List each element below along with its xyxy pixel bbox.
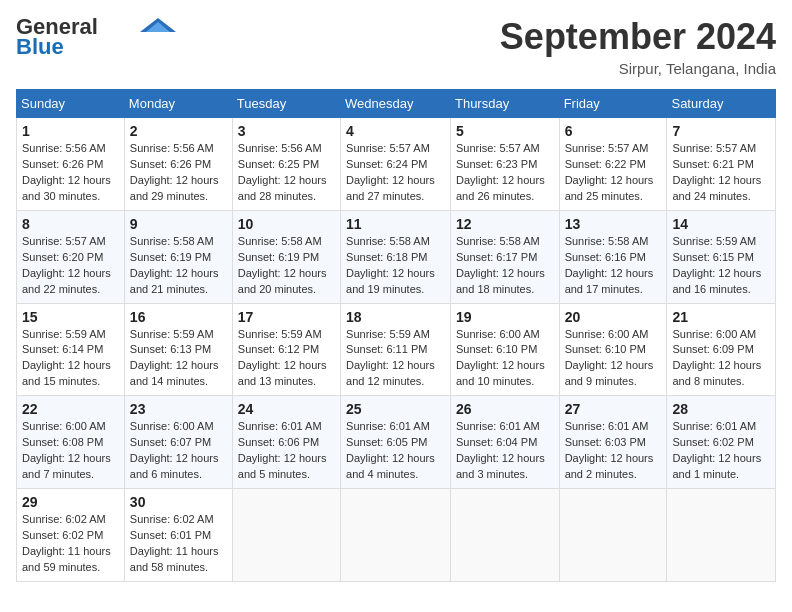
day-detail: Sunrise: 5:56 AM Sunset: 6:26 PM Dayligh…: [22, 141, 119, 205]
sunrise-text: Sunrise: 6:02 AM: [130, 513, 214, 525]
daylight-text: Daylight: 12 hours and 12 minutes.: [346, 359, 435, 387]
sunset-text: Sunset: 6:09 PM: [672, 343, 753, 355]
sunset-text: Sunset: 6:26 PM: [130, 158, 211, 170]
calendar-day-cell: 16 Sunrise: 5:59 AM Sunset: 6:13 PM Dayl…: [124, 303, 232, 396]
page-header: General Blue September 2024 Sirpur, Tela…: [16, 16, 776, 77]
day-detail: Sunrise: 6:02 AM Sunset: 6:02 PM Dayligh…: [22, 512, 119, 576]
sunset-text: Sunset: 6:06 PM: [238, 436, 319, 448]
daylight-text: Daylight: 12 hours and 3 minutes.: [456, 452, 545, 480]
daylight-text: Daylight: 12 hours and 14 minutes.: [130, 359, 219, 387]
daylight-text: Daylight: 12 hours and 21 minutes.: [130, 267, 219, 295]
day-detail: Sunrise: 5:59 AM Sunset: 6:14 PM Dayligh…: [22, 327, 119, 391]
sunrise-text: Sunrise: 6:01 AM: [456, 420, 540, 432]
day-number: 16: [130, 309, 227, 325]
daylight-text: Daylight: 12 hours and 10 minutes.: [456, 359, 545, 387]
sunset-text: Sunset: 6:10 PM: [456, 343, 537, 355]
col-header-saturday: Saturday: [667, 90, 776, 118]
daylight-text: Daylight: 12 hours and 30 minutes.: [22, 174, 111, 202]
daylight-text: Daylight: 12 hours and 29 minutes.: [130, 174, 219, 202]
empty-cell: [450, 489, 559, 582]
sunset-text: Sunset: 6:19 PM: [238, 251, 319, 263]
logo-blue: Blue: [16, 36, 64, 58]
sunrise-text: Sunrise: 6:00 AM: [456, 328, 540, 340]
location: Sirpur, Telangana, India: [500, 60, 776, 77]
sunrise-text: Sunrise: 5:57 AM: [22, 235, 106, 247]
sunrise-text: Sunrise: 5:58 AM: [130, 235, 214, 247]
sunrise-text: Sunrise: 5:59 AM: [672, 235, 756, 247]
sunset-text: Sunset: 6:07 PM: [130, 436, 211, 448]
day-number: 20: [565, 309, 662, 325]
calendar-day-cell: 21 Sunrise: 6:00 AM Sunset: 6:09 PM Dayl…: [667, 303, 776, 396]
daylight-text: Daylight: 11 hours and 59 minutes.: [22, 545, 111, 573]
day-detail: Sunrise: 6:00 AM Sunset: 6:10 PM Dayligh…: [565, 327, 662, 391]
sunset-text: Sunset: 6:21 PM: [672, 158, 753, 170]
calendar-day-cell: 12 Sunrise: 5:58 AM Sunset: 6:17 PM Dayl…: [450, 210, 559, 303]
calendar-day-cell: 4 Sunrise: 5:57 AM Sunset: 6:24 PM Dayli…: [341, 118, 451, 211]
day-detail: Sunrise: 6:00 AM Sunset: 6:08 PM Dayligh…: [22, 419, 119, 483]
day-number: 22: [22, 401, 119, 417]
day-detail: Sunrise: 6:01 AM Sunset: 6:04 PM Dayligh…: [456, 419, 554, 483]
col-header-monday: Monday: [124, 90, 232, 118]
sunset-text: Sunset: 6:26 PM: [22, 158, 103, 170]
sunset-text: Sunset: 6:25 PM: [238, 158, 319, 170]
sunset-text: Sunset: 6:17 PM: [456, 251, 537, 263]
sunset-text: Sunset: 6:12 PM: [238, 343, 319, 355]
calendar-day-cell: 24 Sunrise: 6:01 AM Sunset: 6:06 PM Dayl…: [232, 396, 340, 489]
day-number: 15: [22, 309, 119, 325]
day-number: 13: [565, 216, 662, 232]
daylight-text: Daylight: 12 hours and 8 minutes.: [672, 359, 761, 387]
day-number: 30: [130, 494, 227, 510]
day-detail: Sunrise: 6:00 AM Sunset: 6:07 PM Dayligh…: [130, 419, 227, 483]
day-detail: Sunrise: 6:00 AM Sunset: 6:09 PM Dayligh…: [672, 327, 770, 391]
day-number: 9: [130, 216, 227, 232]
sunrise-text: Sunrise: 5:56 AM: [238, 142, 322, 154]
daylight-text: Daylight: 12 hours and 27 minutes.: [346, 174, 435, 202]
sunset-text: Sunset: 6:04 PM: [456, 436, 537, 448]
sunrise-text: Sunrise: 5:58 AM: [456, 235, 540, 247]
calendar-header-row: SundayMondayTuesdayWednesdayThursdayFrid…: [17, 90, 776, 118]
day-detail: Sunrise: 5:57 AM Sunset: 6:20 PM Dayligh…: [22, 234, 119, 298]
sunrise-text: Sunrise: 5:59 AM: [130, 328, 214, 340]
day-number: 1: [22, 123, 119, 139]
calendar-day-cell: 5 Sunrise: 5:57 AM Sunset: 6:23 PM Dayli…: [450, 118, 559, 211]
logo-icon: [140, 18, 176, 32]
day-detail: Sunrise: 5:59 AM Sunset: 6:15 PM Dayligh…: [672, 234, 770, 298]
daylight-text: Daylight: 12 hours and 18 minutes.: [456, 267, 545, 295]
day-detail: Sunrise: 5:57 AM Sunset: 6:24 PM Dayligh…: [346, 141, 445, 205]
day-number: 17: [238, 309, 335, 325]
sunrise-text: Sunrise: 5:57 AM: [565, 142, 649, 154]
daylight-text: Daylight: 12 hours and 2 minutes.: [565, 452, 654, 480]
day-number: 23: [130, 401, 227, 417]
sunrise-text: Sunrise: 5:58 AM: [565, 235, 649, 247]
sunset-text: Sunset: 6:20 PM: [22, 251, 103, 263]
daylight-text: Daylight: 12 hours and 19 minutes.: [346, 267, 435, 295]
day-number: 14: [672, 216, 770, 232]
daylight-text: Daylight: 12 hours and 1 minute.: [672, 452, 761, 480]
sunrise-text: Sunrise: 6:00 AM: [672, 328, 756, 340]
calendar-day-cell: 17 Sunrise: 5:59 AM Sunset: 6:12 PM Dayl…: [232, 303, 340, 396]
sunrise-text: Sunrise: 5:57 AM: [456, 142, 540, 154]
calendar-table: SundayMondayTuesdayWednesdayThursdayFrid…: [16, 89, 776, 582]
calendar-day-cell: 7 Sunrise: 5:57 AM Sunset: 6:21 PM Dayli…: [667, 118, 776, 211]
logo: General Blue: [16, 16, 176, 58]
calendar-day-cell: 20 Sunrise: 6:00 AM Sunset: 6:10 PM Dayl…: [559, 303, 667, 396]
sunset-text: Sunset: 6:01 PM: [130, 529, 211, 541]
calendar-week-row: 1 Sunrise: 5:56 AM Sunset: 6:26 PM Dayli…: [17, 118, 776, 211]
sunrise-text: Sunrise: 6:00 AM: [565, 328, 649, 340]
empty-cell: [559, 489, 667, 582]
daylight-text: Daylight: 12 hours and 22 minutes.: [22, 267, 111, 295]
calendar-day-cell: 6 Sunrise: 5:57 AM Sunset: 6:22 PM Dayli…: [559, 118, 667, 211]
calendar-day-cell: 13 Sunrise: 5:58 AM Sunset: 6:16 PM Dayl…: [559, 210, 667, 303]
calendar-day-cell: 8 Sunrise: 5:57 AM Sunset: 6:20 PM Dayli…: [17, 210, 125, 303]
daylight-text: Daylight: 12 hours and 20 minutes.: [238, 267, 327, 295]
sunset-text: Sunset: 6:14 PM: [22, 343, 103, 355]
calendar-day-cell: 2 Sunrise: 5:56 AM Sunset: 6:26 PM Dayli…: [124, 118, 232, 211]
day-detail: Sunrise: 5:57 AM Sunset: 6:23 PM Dayligh…: [456, 141, 554, 205]
month-title: September 2024: [500, 16, 776, 58]
sunset-text: Sunset: 6:02 PM: [22, 529, 103, 541]
calendar-day-cell: 29 Sunrise: 6:02 AM Sunset: 6:02 PM Dayl…: [17, 489, 125, 582]
sunset-text: Sunset: 6:10 PM: [565, 343, 646, 355]
daylight-text: Daylight: 12 hours and 9 minutes.: [565, 359, 654, 387]
sunrise-text: Sunrise: 5:59 AM: [346, 328, 430, 340]
sunrise-text: Sunrise: 5:59 AM: [238, 328, 322, 340]
